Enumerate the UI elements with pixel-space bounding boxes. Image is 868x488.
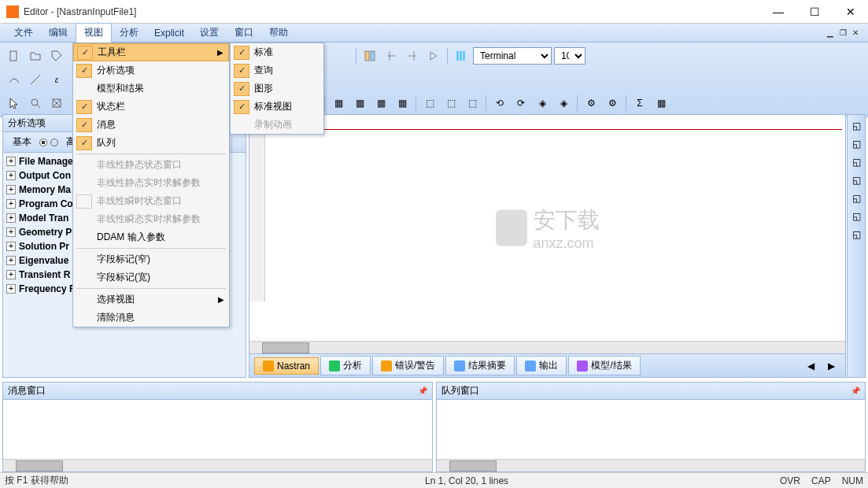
tb-nav3-icon[interactable] <box>424 46 443 65</box>
bottom-tab[interactable]: 分析 <box>320 356 371 375</box>
radio-basic[interactable] <box>39 139 47 146</box>
menu-item[interactable]: 分析选项 <box>73 61 229 79</box>
view-back-icon[interactable]: ◱ <box>848 190 864 206</box>
message-panel-title: 消息窗口 <box>8 384 46 397</box>
menu-analyze[interactable]: 分析 <box>112 24 146 42</box>
tb-nav2-icon[interactable] <box>403 46 422 65</box>
menu-help[interactable]: 帮助 <box>261 24 296 42</box>
terminal-select[interactable]: Terminal <box>473 47 552 65</box>
bottom-tab[interactable]: 模型/结果 <box>568 356 640 375</box>
message-panel-body[interactable] <box>3 400 432 459</box>
expand-icon[interactable]: + <box>6 227 16 237</box>
tb-g3-icon[interactable]: ▦ <box>371 94 390 113</box>
tb-g8-icon[interactable]: ⟲ <box>490 94 509 113</box>
tb-nav1-icon[interactable] <box>382 46 401 65</box>
tb-split-icon[interactable] <box>360 46 379 65</box>
tb-g12-icon[interactable]: ⚙ <box>582 94 600 113</box>
submenu-item[interactable]: 图形 <box>231 79 323 98</box>
menu-item: 非线性瞬时状态窗口 <box>73 192 229 210</box>
radio-adv[interactable] <box>50 139 58 146</box>
view-bottom-icon[interactable]: ◱ <box>848 209 864 224</box>
tb-new-icon[interactable] <box>5 46 24 65</box>
tab-basic[interactable]: 基本 <box>8 134 36 150</box>
queue-panel-body[interactable] <box>437 400 866 459</box>
maximize-button[interactable]: ☐ <box>803 6 826 18</box>
submenu-item[interactable]: 标准 <box>231 43 323 61</box>
h-scrollbar[interactable] <box>249 341 845 353</box>
menu-item[interactable]: 队列 <box>73 134 229 152</box>
expand-icon[interactable]: + <box>6 256 16 265</box>
menu-item[interactable]: 消息 <box>73 116 229 134</box>
tb-line-icon[interactable] <box>26 70 45 89</box>
tb-g11-icon[interactable]: ◈ <box>554 94 573 113</box>
mdi-minimize[interactable]: ▁ <box>827 28 838 38</box>
h-scrollbar[interactable] <box>437 459 866 471</box>
minimize-button[interactable]: — <box>767 6 789 18</box>
bottom-tab[interactable]: 结果摘要 <box>445 356 515 375</box>
expand-icon[interactable]: + <box>6 171 16 180</box>
expand-icon[interactable]: + <box>6 270 16 279</box>
tb-g7-icon[interactable]: ⬚ <box>463 94 482 113</box>
tb-g4-icon[interactable]: ▦ <box>393 94 412 113</box>
tb-g2-icon[interactable]: ▦ <box>350 94 369 113</box>
pin-icon[interactable]: 📌 <box>418 386 427 395</box>
tb-g15-icon[interactable]: ▦ <box>652 94 670 113</box>
bottom-tab[interactable]: Nastran <box>254 357 319 375</box>
expand-icon[interactable]: + <box>6 199 16 209</box>
menu-item[interactable]: 字段标记(宽) <box>73 268 229 287</box>
menu-item[interactable]: 模型和结果 <box>73 79 229 98</box>
menu-file[interactable]: 文件 <box>6 24 41 42</box>
close-button[interactable]: ✕ <box>840 6 862 18</box>
menu-window[interactable]: 窗口 <box>227 24 261 42</box>
menu-item[interactable]: 状态栏 <box>73 98 229 116</box>
tb-zoom-icon[interactable] <box>26 94 45 113</box>
menu-explicit[interactable]: Explicit <box>146 25 192 41</box>
separator <box>76 248 226 249</box>
pin-icon[interactable]: 📌 <box>851 386 860 395</box>
expand-icon[interactable]: + <box>6 185 16 194</box>
menu-item[interactable]: DDAM 输入参数 <box>73 228 229 246</box>
tb-g13-icon[interactable]: ⚙ <box>603 94 622 113</box>
number-select[interactable]: 10 <box>554 47 585 65</box>
submenu-item[interactable]: 标准视图 <box>231 98 323 116</box>
tb-open-icon[interactable] <box>26 46 45 65</box>
expand-icon[interactable]: + <box>6 157 16 166</box>
h-scrollbar[interactable] <box>3 459 432 471</box>
menu-item[interactable]: 选择视图▶ <box>73 290 229 309</box>
tb-e-icon[interactable]: ε <box>47 70 66 89</box>
tb-g6-icon[interactable]: ⬚ <box>441 94 460 113</box>
menu-edit[interactable]: 编辑 <box>41 24 76 42</box>
expand-icon[interactable]: + <box>6 242 16 251</box>
tab-scroll-right-icon[interactable]: ▶ <box>822 357 840 375</box>
view-side-icon[interactable]: ◱ <box>848 172 864 188</box>
bottom-tab[interactable]: 错误/警告 <box>372 356 444 375</box>
menu-item[interactable]: 清除消息 <box>73 309 229 327</box>
view-other-icon[interactable]: ◱ <box>848 227 864 242</box>
expand-icon[interactable]: + <box>6 284 16 294</box>
submenu-item[interactable]: 查询 <box>231 61 323 79</box>
mdi-close[interactable]: ✕ <box>852 28 863 38</box>
tb-cursor-icon[interactable] <box>5 94 24 113</box>
tb-g14-icon[interactable]: Σ <box>630 94 649 113</box>
view-front-icon[interactable]: ◱ <box>848 136 864 152</box>
menu-item[interactable]: 字段标记(窄) <box>73 250 229 268</box>
tb-g5-icon[interactable]: ⬚ <box>420 94 439 113</box>
view-top-icon[interactable]: ◱ <box>848 154 864 170</box>
tb-tag-icon[interactable] <box>47 46 66 65</box>
bottom-tab[interactable]: 输出 <box>516 356 567 375</box>
editor-content[interactable]: 安下载 anxz.com <box>249 115 845 341</box>
tb-g9-icon[interactable]: ⟳ <box>512 94 530 113</box>
tab-icon <box>329 360 340 372</box>
tb-curve-icon[interactable] <box>5 70 24 89</box>
menu-settings[interactable]: 设置 <box>192 24 227 42</box>
tab-scroll-left-icon[interactable]: ◀ <box>801 357 820 375</box>
tb-g1-icon[interactable]: ▦ <box>329 94 348 113</box>
menu-view[interactable]: 视图 <box>76 23 112 43</box>
mdi-restore[interactable]: ❐ <box>840 28 851 38</box>
tb-fit-icon[interactable] <box>47 94 66 113</box>
tb-g10-icon[interactable]: ◈ <box>533 94 552 113</box>
expand-icon[interactable]: + <box>6 213 16 223</box>
menu-item[interactable]: 工具栏▶ <box>73 43 229 61</box>
tb-columns-icon[interactable] <box>452 46 471 65</box>
view-iso-icon[interactable]: ◱ <box>848 118 864 134</box>
